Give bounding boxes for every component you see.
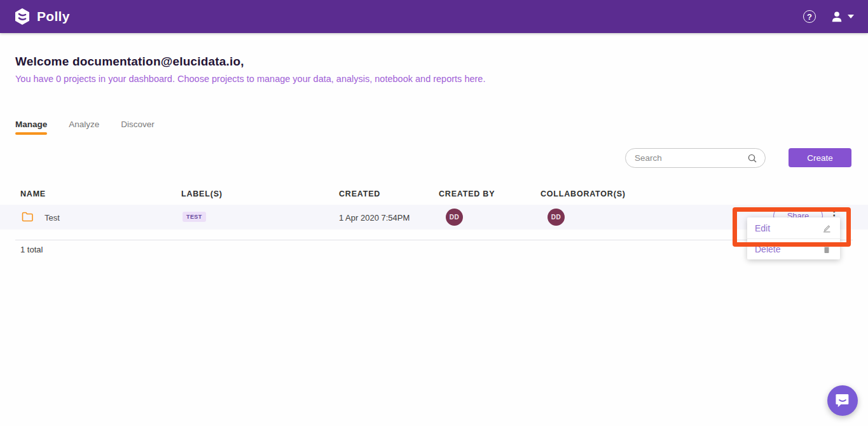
delete-label: Delete — [755, 244, 780, 254]
column-header-labels: LABEL(S) — [181, 189, 223, 198]
menu-item-delete[interactable]: Delete — [747, 238, 840, 259]
column-header-name: NAME — [20, 189, 46, 198]
brand-name: Polly — [37, 9, 70, 24]
table-header: NAME LABEL(S) CREATED CREATED BY COLLABO… — [0, 189, 868, 200]
project-name[interactable]: Test — [45, 213, 60, 223]
tab-analyze[interactable]: Analyze — [69, 120, 99, 135]
created-by-avatar: DD — [446, 209, 463, 226]
table-row[interactable]: Test TEST 1 Apr 2020 7:54PM DD DD Share … — [0, 205, 868, 230]
elucidata-logo-icon — [14, 8, 31, 25]
help-icon[interactable]: ? — [803, 10, 816, 23]
page-title: Welcome documentation@elucidata.io, — [15, 55, 244, 69]
search-icon — [747, 153, 757, 163]
total-count: 1 total — [20, 245, 43, 254]
label-badge: TEST — [183, 212, 206, 222]
chat-launcher-button[interactable] — [827, 385, 858, 416]
row-context-menu: Edit Delete — [747, 217, 840, 259]
chat-bubble-icon — [835, 392, 850, 409]
page-subtitle: You have 0 projects in your dashboard. C… — [15, 74, 485, 84]
column-header-created: CREATED — [339, 189, 380, 198]
column-header-created-by: CREATED BY — [439, 189, 495, 198]
search-box — [625, 148, 766, 168]
table-footer-divider — [15, 240, 853, 240]
collaborator-avatar: DD — [548, 209, 565, 226]
create-button[interactable]: Create — [789, 148, 851, 167]
user-icon — [830, 10, 844, 24]
topbar-right-actions: ? — [803, 10, 854, 24]
brand[interactable]: Polly — [14, 8, 70, 25]
edit-label: Edit — [755, 223, 770, 233]
trash-icon — [822, 245, 831, 254]
chevron-down-icon — [848, 15, 854, 18]
account-menu[interactable] — [830, 10, 854, 24]
menu-item-edit[interactable]: Edit — [747, 217, 840, 238]
search-input[interactable] — [635, 153, 747, 163]
folder-icon — [22, 212, 33, 222]
pencil-icon — [822, 224, 831, 233]
column-header-collaborators: COLLABORATOR(S) — [541, 189, 626, 198]
polly-dashboard-screen: Polly ? Welcome documentation@elucidata.… — [0, 0, 868, 426]
tab-bar: Manage Analyze Discover — [15, 120, 155, 135]
top-navigation-bar: Polly ? — [0, 0, 868, 33]
created-date: 1 Apr 2020 7:54PM — [339, 213, 410, 223]
tab-manage[interactable]: Manage — [15, 120, 47, 135]
tab-discover[interactable]: Discover — [121, 120, 155, 135]
